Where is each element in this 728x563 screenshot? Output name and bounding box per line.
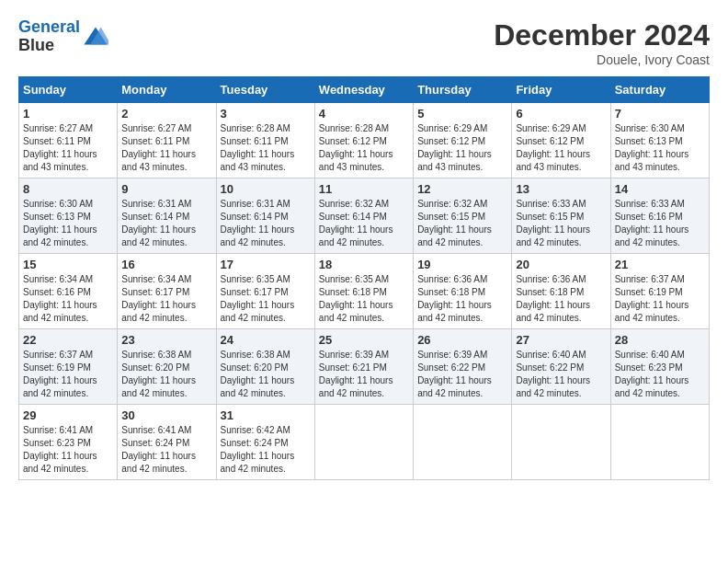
col-saturday: Saturday (610, 77, 709, 103)
day-number: 8 (23, 182, 113, 196)
day-number: 17 (221, 258, 311, 271)
calendar-week-row: 1Sunrise: 6:27 AMSunset: 6:11 PMDaylight… (19, 103, 710, 178)
col-friday: Friday (512, 77, 610, 103)
day-info: Sunrise: 6:36 AMSunset: 6:18 PMDaylight:… (417, 273, 507, 325)
table-row: 3Sunrise: 6:28 AMSunset: 6:11 PMDaylight… (216, 103, 314, 178)
day-number: 16 (121, 258, 211, 271)
day-number: 11 (319, 182, 409, 196)
day-info: Sunrise: 6:41 AMSunset: 6:24 PMDaylight:… (121, 424, 211, 476)
day-number: 31 (221, 408, 311, 422)
table-row: 15Sunrise: 6:34 AMSunset: 6:16 PMDayligh… (19, 254, 118, 329)
calendar-week-row: 22Sunrise: 6:37 AMSunset: 6:19 PMDayligh… (19, 329, 710, 405)
day-number: 20 (516, 258, 606, 271)
table-row: 31Sunrise: 6:42 AMSunset: 6:24 PMDayligh… (216, 405, 314, 480)
day-number: 29 (23, 408, 113, 422)
day-info: Sunrise: 6:30 AMSunset: 6:13 PMDaylight:… (615, 122, 705, 174)
day-number: 30 (121, 408, 211, 422)
day-info: Sunrise: 6:35 AMSunset: 6:18 PMDaylight:… (319, 273, 409, 325)
table-row: 18Sunrise: 6:35 AMSunset: 6:18 PMDayligh… (314, 254, 413, 329)
table-row: 28Sunrise: 6:40 AMSunset: 6:23 PMDayligh… (610, 329, 709, 405)
day-info: Sunrise: 6:32 AMSunset: 6:15 PMDaylight:… (417, 198, 507, 249)
table-row: 16Sunrise: 6:34 AMSunset: 6:17 PMDayligh… (118, 254, 216, 329)
calendar-week-row: 15Sunrise: 6:34 AMSunset: 6:16 PMDayligh… (19, 254, 710, 329)
day-number: 9 (121, 182, 211, 196)
day-info: Sunrise: 6:27 AMSunset: 6:11 PMDaylight:… (23, 122, 113, 174)
day-number: 6 (516, 107, 606, 121)
day-info: Sunrise: 6:42 AMSunset: 6:24 PMDaylight:… (221, 424, 311, 476)
day-info: Sunrise: 6:39 AMSunset: 6:21 PMDaylight:… (319, 349, 409, 400)
day-info: Sunrise: 6:31 AMSunset: 6:14 PMDaylight:… (221, 198, 311, 249)
day-number: 1 (23, 107, 113, 121)
table-row: 6Sunrise: 6:29 AMSunset: 6:12 PMDaylight… (512, 103, 610, 178)
title-area: December 2024 Douele, Ivory Coast (494, 18, 710, 67)
day-info: Sunrise: 6:34 AMSunset: 6:17 PMDaylight:… (121, 273, 211, 325)
table-row: 20Sunrise: 6:36 AMSunset: 6:18 PMDayligh… (512, 254, 610, 329)
day-info: Sunrise: 6:39 AMSunset: 6:22 PMDaylight:… (417, 349, 507, 400)
logo-icon (83, 24, 108, 50)
day-info: Sunrise: 6:29 AMSunset: 6:12 PMDaylight:… (516, 122, 606, 174)
day-number: 26 (417, 333, 507, 347)
day-number: 13 (516, 182, 606, 196)
month-title: December 2024 (494, 18, 710, 52)
logo: General Blue (18, 18, 108, 55)
day-number: 27 (516, 333, 606, 347)
day-info: Sunrise: 6:28 AMSunset: 6:12 PMDaylight:… (319, 122, 409, 174)
table-row: 29Sunrise: 6:41 AMSunset: 6:23 PMDayligh… (19, 405, 118, 480)
day-number: 10 (221, 182, 311, 196)
table-row: 25Sunrise: 6:39 AMSunset: 6:21 PMDayligh… (314, 329, 413, 405)
col-monday: Monday (118, 77, 216, 103)
table-row: 12Sunrise: 6:32 AMSunset: 6:15 PMDayligh… (414, 178, 512, 254)
day-number: 18 (319, 258, 409, 271)
table-row (314, 405, 413, 480)
table-row: 26Sunrise: 6:39 AMSunset: 6:22 PMDayligh… (414, 329, 512, 405)
calendar-week-row: 29Sunrise: 6:41 AMSunset: 6:23 PMDayligh… (19, 405, 710, 480)
logo-text: General Blue (18, 18, 80, 55)
day-number: 12 (417, 182, 507, 196)
day-info: Sunrise: 6:28 AMSunset: 6:11 PMDaylight:… (221, 122, 311, 174)
day-info: Sunrise: 6:33 AMSunset: 6:15 PMDaylight:… (516, 198, 606, 249)
table-row: 2Sunrise: 6:27 AMSunset: 6:11 PMDaylight… (118, 103, 216, 178)
day-number: 5 (417, 107, 507, 121)
day-info: Sunrise: 6:34 AMSunset: 6:16 PMDaylight:… (23, 273, 113, 325)
calendar-header-row: Sunday Monday Tuesday Wednesday Thursday… (19, 77, 710, 103)
table-row: 4Sunrise: 6:28 AMSunset: 6:12 PMDaylight… (314, 103, 413, 178)
table-row: 21Sunrise: 6:37 AMSunset: 6:19 PMDayligh… (610, 254, 709, 329)
col-thursday: Thursday (414, 77, 512, 103)
day-number: 7 (615, 107, 705, 121)
table-row: 1Sunrise: 6:27 AMSunset: 6:11 PMDaylight… (19, 103, 118, 178)
day-info: Sunrise: 6:40 AMSunset: 6:22 PMDaylight:… (516, 349, 606, 400)
table-row: 17Sunrise: 6:35 AMSunset: 6:17 PMDayligh… (216, 254, 314, 329)
day-number: 14 (615, 182, 705, 196)
table-row: 7Sunrise: 6:30 AMSunset: 6:13 PMDaylight… (610, 103, 709, 178)
table-row (512, 405, 610, 480)
table-row: 13Sunrise: 6:33 AMSunset: 6:15 PMDayligh… (512, 178, 610, 254)
table-row: 8Sunrise: 6:30 AMSunset: 6:13 PMDaylight… (19, 178, 118, 254)
calendar: Sunday Monday Tuesday Wednesday Thursday… (18, 76, 710, 480)
table-row: 11Sunrise: 6:32 AMSunset: 6:14 PMDayligh… (314, 178, 413, 254)
day-info: Sunrise: 6:27 AMSunset: 6:11 PMDaylight:… (121, 122, 211, 174)
table-row: 19Sunrise: 6:36 AMSunset: 6:18 PMDayligh… (414, 254, 512, 329)
day-info: Sunrise: 6:35 AMSunset: 6:17 PMDaylight:… (221, 273, 311, 325)
calendar-week-row: 8Sunrise: 6:30 AMSunset: 6:13 PMDaylight… (19, 178, 710, 254)
col-wednesday: Wednesday (314, 77, 413, 103)
table-row: 14Sunrise: 6:33 AMSunset: 6:16 PMDayligh… (610, 178, 709, 254)
day-info: Sunrise: 6:30 AMSunset: 6:13 PMDaylight:… (23, 198, 113, 249)
day-number: 2 (121, 107, 211, 121)
day-number: 22 (23, 333, 113, 347)
day-info: Sunrise: 6:37 AMSunset: 6:19 PMDaylight:… (615, 273, 705, 325)
day-info: Sunrise: 6:36 AMSunset: 6:18 PMDaylight:… (516, 273, 606, 325)
day-info: Sunrise: 6:29 AMSunset: 6:12 PMDaylight:… (417, 122, 507, 174)
table-row: 24Sunrise: 6:38 AMSunset: 6:20 PMDayligh… (216, 329, 314, 405)
table-row: 9Sunrise: 6:31 AMSunset: 6:14 PMDaylight… (118, 178, 216, 254)
table-row: 23Sunrise: 6:38 AMSunset: 6:20 PMDayligh… (118, 329, 216, 405)
day-number: 28 (615, 333, 705, 347)
location-title: Douele, Ivory Coast (494, 52, 710, 67)
day-info: Sunrise: 6:31 AMSunset: 6:14 PMDaylight:… (121, 198, 211, 249)
header: General Blue December 2024 Douele, Ivory… (18, 18, 710, 67)
day-number: 25 (319, 333, 409, 347)
table-row: 22Sunrise: 6:37 AMSunset: 6:19 PMDayligh… (19, 329, 118, 405)
table-row: 27Sunrise: 6:40 AMSunset: 6:22 PMDayligh… (512, 329, 610, 405)
day-info: Sunrise: 6:41 AMSunset: 6:23 PMDaylight:… (23, 424, 113, 476)
day-number: 24 (221, 333, 311, 347)
day-number: 23 (121, 333, 211, 347)
